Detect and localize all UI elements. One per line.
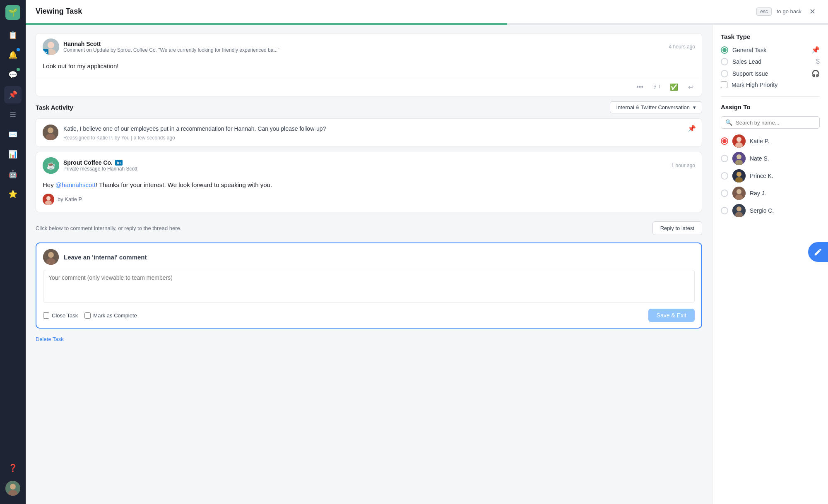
assignee-search-box[interactable]: 🔍 [721, 116, 820, 129]
edit-fab-button[interactable] [808, 242, 828, 262]
sidebar-item-messages[interactable]: 💬 [4, 66, 22, 84]
user-avatar[interactable] [5, 481, 20, 496]
close-button[interactable]: ✕ [806, 6, 818, 17]
comment-footer: Close Task Mark as Complete Save & Exit [43, 309, 695, 322]
ray-avatar [732, 187, 746, 200]
message-subtitle: Comment on Update by Sprout Coffee Co. "… [63, 47, 665, 53]
high-priority-label: Mark High Priority [732, 82, 777, 88]
commenter-avatar [43, 249, 59, 265]
katie-name: Katie P. [750, 138, 769, 144]
svg-point-7 [48, 127, 53, 133]
reply-btn[interactable]: ↩ [686, 82, 695, 93]
esc-key-badge: esc [756, 7, 772, 16]
save-exit-button[interactable]: Save & Exit [648, 309, 695, 322]
star-icon: ⭐ [8, 190, 17, 199]
message-body: Look out for my application! [36, 58, 702, 78]
general-task-radio[interactable] [721, 46, 728, 54]
comment-box-header: Leave an 'internal' comment [43, 249, 695, 265]
delete-task-link[interactable]: Delete Task [36, 336, 64, 342]
message-card: in Hannah Scott Comment on Update by Spr… [36, 33, 702, 96]
complete-btn[interactable]: ✅ [668, 82, 680, 93]
internal-note-text: Katie, I believe one of our employees pu… [63, 125, 695, 133]
close-task-label[interactable]: Close Task [43, 312, 78, 319]
message-time: 4 hours ago [669, 44, 695, 50]
app-logo[interactable]: 🌱 [5, 5, 20, 20]
comment-input[interactable] [43, 270, 695, 303]
nate-name: Nate S. [750, 155, 769, 162]
pin-task-icon: 📌 [811, 46, 820, 54]
svg-point-24 [737, 172, 741, 177]
task-type-sales[interactable]: Sales Lead $ [721, 58, 820, 65]
internal-note-content: Katie, I believe one of our employees pu… [63, 125, 695, 141]
more-options-btn[interactable]: ••• [635, 82, 645, 93]
nate-radio[interactable] [721, 155, 728, 162]
sidebar-item-favorites[interactable]: ⭐ [4, 185, 22, 203]
svg-point-4 [48, 42, 54, 48]
chevron-down-icon: ▾ [693, 104, 696, 110]
sidebar-item-compose[interactable]: ✉️ [4, 126, 22, 143]
main-content: Viewing Task esc to go back ✕ in Hannah … [26, 0, 828, 504]
tasks-icon: 📌 [8, 90, 17, 99]
dropdown-label: Internal & Twitter Conversation [616, 104, 690, 110]
twitter-message-header: ☕ Sprout Coffee Co. in Private message t… [36, 152, 702, 177]
go-back-label: to go back [777, 8, 802, 14]
high-priority-row[interactable]: Mark High Priority [721, 82, 820, 88]
reply-hint: Click below to comment internally, or re… [36, 225, 181, 231]
mark-complete-label[interactable]: Mark as Complete [84, 312, 137, 319]
pin-icon: 📌 [688, 125, 696, 132]
right-panel: Task Type General Task 📌 Sales Lead $ Su… [712, 25, 828, 504]
katie-radio[interactable] [721, 137, 728, 145]
hannah-avatar: in [43, 38, 59, 55]
assignee-sergio[interactable]: Sergio C. [721, 204, 820, 217]
support-issue-label: Support Issue [732, 70, 807, 77]
dollar-icon: $ [816, 58, 820, 65]
sidebar-item-bot[interactable]: 🤖 [4, 166, 22, 183]
assignee-ray[interactable]: Ray J. [721, 187, 820, 200]
svg-text:☕: ☕ [46, 161, 56, 170]
sidebar: 🌱 📋 🔔 💬 📌 ☰ ✉️ 📊 🤖 ⭐ ❓ [0, 0, 26, 504]
reply-latest-button[interactable]: Reply to latest [652, 221, 702, 235]
comment-box: Leave an 'internal' comment Close Task M… [36, 242, 702, 329]
company-name: Sprout Coffee Co. [63, 159, 113, 166]
task-type-support[interactable]: Support Issue 🎧 [721, 70, 820, 77]
close-task-checkbox[interactable] [43, 312, 49, 319]
assignee-katie[interactable]: Katie P. [721, 134, 820, 148]
twitter-message-meta: Sprout Coffee Co. in Private message to … [63, 159, 667, 172]
assignee-search-input[interactable] [736, 120, 815, 126]
feed-icon: 📋 [8, 31, 17, 40]
internal-note-row: Katie, I believe one of our employees pu… [43, 125, 695, 141]
prince-avatar [732, 169, 746, 182]
svg-point-15 [48, 252, 54, 258]
sergio-radio[interactable] [721, 207, 728, 214]
svg-point-16 [46, 258, 55, 265]
tag-btn[interactable]: 🏷 [652, 82, 662, 93]
notifications-badge [17, 48, 20, 51]
sidebar-item-menu[interactable]: ☰ [4, 106, 22, 123]
conversation-dropdown[interactable]: Internal & Twitter Conversation ▾ [610, 101, 702, 113]
menu-icon: ☰ [10, 110, 16, 119]
prince-radio[interactable] [721, 172, 728, 180]
high-priority-checkbox[interactable] [721, 82, 727, 88]
ray-radio[interactable] [721, 190, 728, 197]
mark-complete-checkbox[interactable] [84, 312, 91, 319]
assignee-prince[interactable]: Prince K. [721, 169, 820, 182]
messages-badge [17, 68, 20, 71]
assignee-nate[interactable]: Nate S. [721, 152, 820, 165]
messages-icon: 💬 [8, 70, 17, 79]
sidebar-item-help[interactable]: ❓ [4, 459, 22, 477]
headset-icon: 🎧 [811, 70, 820, 77]
divider [721, 96, 820, 97]
task-type-general[interactable]: General Task 📌 [721, 46, 820, 54]
internal-note-meta: Reassigned to Katie P. by You | a few se… [63, 135, 695, 141]
sales-lead-radio[interactable] [721, 58, 728, 65]
comment-box-title: Leave an 'internal' comment [64, 254, 147, 261]
sidebar-item-tasks[interactable]: 📌 [4, 86, 22, 103]
message-card-header: in Hannah Scott Comment on Update by Spr… [36, 34, 702, 58]
sidebar-item-notifications[interactable]: 🔔 [4, 46, 22, 64]
task-activity-title: Task Activity [36, 104, 73, 111]
support-issue-radio[interactable] [721, 70, 728, 77]
message-actions: ••• 🏷 ✅ ↩ [36, 78, 702, 96]
sidebar-item-feed[interactable]: 📋 [4, 26, 22, 44]
sidebar-item-analytics[interactable]: 📊 [4, 146, 22, 163]
twitter-time: 1 hour ago [672, 163, 695, 168]
